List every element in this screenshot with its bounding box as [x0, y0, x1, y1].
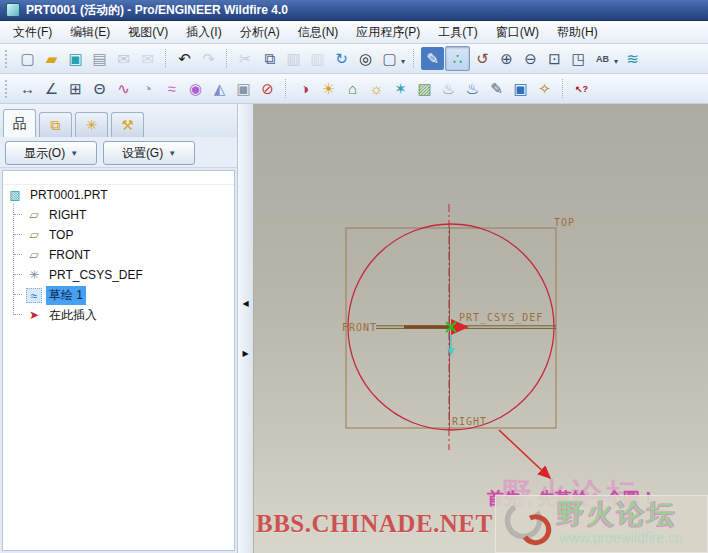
tree-item-prt-csys-def[interactable]: ✳PRT_CSYS_DEF [3, 265, 234, 285]
menu-info[interactable]: 信息(N) [289, 22, 348, 43]
window-title: PRT0001 (活动的) - Pro/ENGINEER Wildfire 4.… [26, 2, 288, 19]
reorient-icon[interactable]: ◳ [567, 47, 590, 70]
tree-item-right[interactable]: ▱RIGHT [3, 205, 234, 225]
save-display-icon[interactable]: ▣ [232, 77, 255, 100]
csys-icon: ✳ [26, 268, 42, 283]
menu-view[interactable]: 视图(V) [119, 22, 177, 43]
tree-item-sketch-1[interactable]: ≈草绘 1 [3, 285, 234, 305]
settings-dropdown-button[interactable]: 设置(G) ▼ [103, 141, 195, 165]
cut-icon[interactable]: ✂ [234, 47, 257, 70]
selection-filter-icon-dropdown[interactable]: ▾ [401, 57, 405, 66]
toolbar-drag-handle[interactable] [5, 50, 11, 68]
sketcher-display-icon[interactable]: ✎ [421, 47, 444, 70]
new-file-icon[interactable]: ▢ [16, 47, 39, 70]
hammer-folder-icon: ⚒ [121, 117, 134, 133]
menu-edit[interactable]: 编辑(E) [61, 22, 119, 43]
sketch-icon: ≈ [26, 288, 42, 303]
tree-item-insert-here[interactable]: ➤在此插入 [3, 305, 234, 325]
datum-axes-toggle-icon[interactable]: ∠ [40, 77, 63, 100]
tree-item-top[interactable]: ▱TOP [3, 225, 234, 245]
datum-plane-icon: ▱ [26, 248, 42, 263]
menu-applications[interactable]: 应用程序(P) [347, 22, 429, 43]
find-icon[interactable]: ◎ [354, 47, 377, 70]
shaded-analysis-icon[interactable]: ◉ [184, 77, 207, 100]
saved-views-icon-dropdown[interactable]: ▾ [614, 57, 618, 66]
datum-planes-toggle-icon[interactable]: ↔ [16, 77, 39, 100]
paste-icon[interactable]: ▥ [282, 47, 305, 70]
render-model-icon[interactable]: ♨ [461, 77, 484, 100]
forum-watermark-url: www.proewildfire.cn [559, 530, 683, 546]
layers-icon[interactable]: ≋ [621, 47, 644, 70]
context-help-icon[interactable]: ↖? [570, 77, 593, 100]
saved-views-icon[interactable]: AB [591, 47, 614, 70]
annotation-display-icon[interactable]: ≈ [160, 77, 183, 100]
print-icon[interactable]: ▤ [88, 47, 111, 70]
forum-watermark-title: 野火论坛 [557, 496, 677, 532]
menu-help[interactable]: 帮助(H) [548, 22, 607, 43]
graphics-area[interactable]: TOP FRONT RIGHT PRT_CSYS_DEF 野火论坛 首先，先草绘… [254, 104, 708, 553]
scene-icon[interactable]: ☀ [317, 77, 340, 100]
render-window-icon[interactable]: ▣ [509, 77, 532, 100]
hyperlink-mail-icon[interactable]: ✉ [136, 47, 159, 70]
zoom-out-icon[interactable]: ⊖ [519, 47, 542, 70]
appearance-preview-icon[interactable]: ♨ [437, 77, 460, 100]
title-bar: PRT0001 (活动的) - Pro/ENGINEER Wildfire 4.… [0, 0, 708, 21]
menu-tools[interactable]: 工具(T) [429, 22, 486, 43]
open-file-icon[interactable]: ▰ [40, 47, 63, 70]
menu-analysis[interactable]: 分析(A) [231, 22, 289, 43]
refit-icon[interactable]: ⊡ [543, 47, 566, 70]
clear-display-icon[interactable]: ⊘ [256, 77, 279, 100]
datum-points-toggle-icon[interactable]: ⊞ [64, 77, 87, 100]
lights-icon[interactable]: ☼ [365, 77, 388, 100]
copy-icon[interactable]: ⧉ [258, 47, 281, 70]
redo-icon[interactable]: ↷ [197, 47, 220, 70]
forum-watermark-card: 野火论坛 www.proewildfire.cn [495, 495, 708, 553]
zoom-in-icon[interactable]: ⊕ [495, 47, 518, 70]
menu-file[interactable]: 文件(F) [4, 22, 61, 43]
email-icon[interactable]: ✉ [112, 47, 135, 70]
paste-special-icon[interactable]: ▥ [306, 47, 329, 70]
selection-filter-icon[interactable]: ▢ [378, 47, 401, 70]
regenerate-icon[interactable]: ↻ [330, 47, 353, 70]
spline-display-icon[interactable]: ∿ [112, 77, 135, 100]
tab-connections[interactable]: ⚒ [111, 112, 144, 137]
spin-center-icon[interactable]: ∴ [445, 46, 470, 71]
collapse-panel-arrow[interactable]: ◀ [242, 300, 248, 308]
tree-item-label: 草绘 1 [46, 286, 86, 305]
orient-mode-icon[interactable]: ↺ [471, 47, 494, 70]
save-icon[interactable]: ▣ [64, 47, 87, 70]
room-editor-icon[interactable]: ⌂ [341, 77, 364, 100]
undo-icon[interactable]: ↶ [173, 47, 196, 70]
csys-toggle-icon[interactable]: Θ [88, 77, 111, 100]
texture-icon[interactable]: ✧ [533, 77, 556, 100]
panel-sash[interactable]: ◀ ▶ [238, 104, 254, 553]
tab-favorites[interactable]: ✳ [75, 112, 108, 137]
quilt-display-icon[interactable]: ◔ [136, 77, 159, 100]
appearance-gallery-icon[interactable]: ◑ [293, 77, 316, 100]
render-region-icon[interactable]: ▨ [413, 77, 436, 100]
show-dropdown-button[interactable]: 显示(O) ▼ [5, 141, 97, 165]
tab-folder-browser[interactable]: ⧉ [39, 112, 72, 137]
menu-window[interactable]: 窗口(W) [487, 22, 548, 43]
toolbar-top: ▢▰▣▤✉✉↶↷✂⧉▥▥↻◎▢▾✎∴↺⊕⊖⊡◳AB▾≋ [0, 44, 708, 74]
menu-insert[interactable]: 插入(I) [177, 22, 230, 43]
toolbar-separator [413, 49, 415, 68]
navigator-tabs: 品⧉✳⚒ [0, 104, 237, 137]
toolbar-separator [226, 49, 228, 68]
perspective-icon[interactable]: ✎ [485, 77, 508, 100]
tree-item-prt0001[interactable]: ▧PRT0001.PRT [3, 185, 234, 205]
toolbar-separator [285, 79, 287, 98]
tab-model-tree[interactable]: 品 [3, 109, 36, 137]
expand-panel-arrow[interactable]: ▶ [242, 350, 248, 358]
folders-icon: ⧉ [51, 117, 61, 134]
model-tree: ▧PRT0001.PRT▱RIGHT▱TOP▱FRONT✳PRT_CSYS_DE… [2, 170, 235, 551]
prism-display-icon[interactable]: ◭ [208, 77, 231, 100]
app-icon [6, 3, 20, 17]
toolbar-drag-handle[interactable] [5, 80, 11, 98]
effects-icon[interactable]: ✶ [389, 77, 412, 100]
proe-window: PRT0001 (活动的) - Pro/ENGINEER Wildfire 4.… [0, 0, 708, 553]
tree-item-front[interactable]: ▱FRONT [3, 245, 234, 265]
chevron-down-icon: ▼ [168, 149, 176, 158]
toolbar-separator [562, 79, 564, 98]
tree-item-label: 在此插入 [46, 306, 100, 325]
